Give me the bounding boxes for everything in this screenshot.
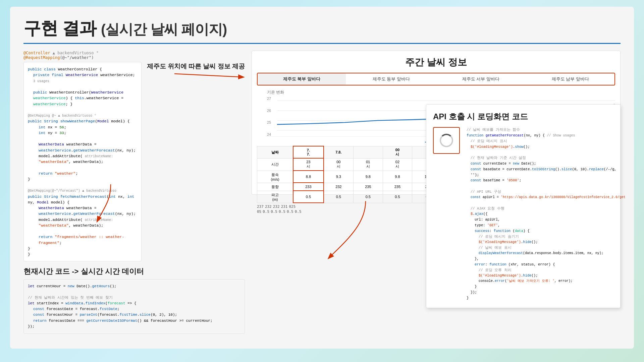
controller-code: public class WeatherController { private… [23,62,142,261]
api-code-block: // 날씨 예보를 가져오는 함수 function getWeatherFor… [467,127,626,301]
bottom-section: 현재시간 코드 -> 실시간 시간 데이터 let currentHour = … [23,266,245,334]
bottom-section-title: 현재시간 코드 -> 실시간 시간 데이터 [23,266,245,277]
main-container: 구현 결과 (실시간 날씨 페이지) @Controller ▲ backend… [10,7,634,349]
weather-panel-title: 주간 날씨 정보 [257,56,615,69]
annotation-controller: @Controller ▲ backendVirtuoso ° [23,51,245,55]
tab-남부앞바다[interactable]: 제주도 남부 앞바다 [526,73,614,85]
chart-label: 기온 변화 [267,89,615,95]
bottom-code: let currentHour = new Date().getHours();… [23,279,245,334]
left-panel: @Controller ▲ backendVirtuoso ° @Request… [23,51,245,336]
api-modal-content: // 날씨 예보를 가져오는 함수 function getWeatherFor… [433,127,613,301]
loading-icon-box [433,127,460,154]
loading-box-container [433,127,460,301]
right-panel: 주간 날씨 정보 제주도 북부 앞바다 제주도 동부 앞바다 제주도 서부 앞바… [252,51,621,336]
content-area: @Controller ▲ backendVirtuoso ° @Request… [23,51,621,336]
weather-tabs[interactable]: 제주도 북부 앞바다 제주도 동부 앞바다 제주도 서부 앞바다 제주도 남부 … [257,73,615,85]
annotation-requestmapping: @RequestMapping(@~"/weather") [23,55,245,60]
api-modal: API 호출 시 로딩화면 코드 // 날씨 예보를 가져오는 함수 funct… [426,104,621,308]
api-modal-title: API 호출 시 로딩화면 코드 [433,111,613,122]
page-title: 구현 결과 (실시간 날씨 페이지) [23,18,227,38]
description-label: 제주도 위치에 따른 날씨 정보 제공 [147,62,245,73]
table-header-date: 날짜 [257,146,293,158]
loading-spinner-icon [440,134,453,147]
tab-북부앞바다[interactable]: 제주도 북부 앞바다 [258,73,346,85]
table-header-77: 7.7. [293,146,323,158]
tab-서부앞바다[interactable]: 제주도 서부 앞바다 [437,73,525,85]
chart-y-labels: 27 26 25 24 [267,97,271,136]
table-header-78: 7.8. [324,146,354,158]
title-underline [23,43,621,44]
tab-동부앞바다[interactable]: 제주도 동부 앞바다 [347,73,435,85]
